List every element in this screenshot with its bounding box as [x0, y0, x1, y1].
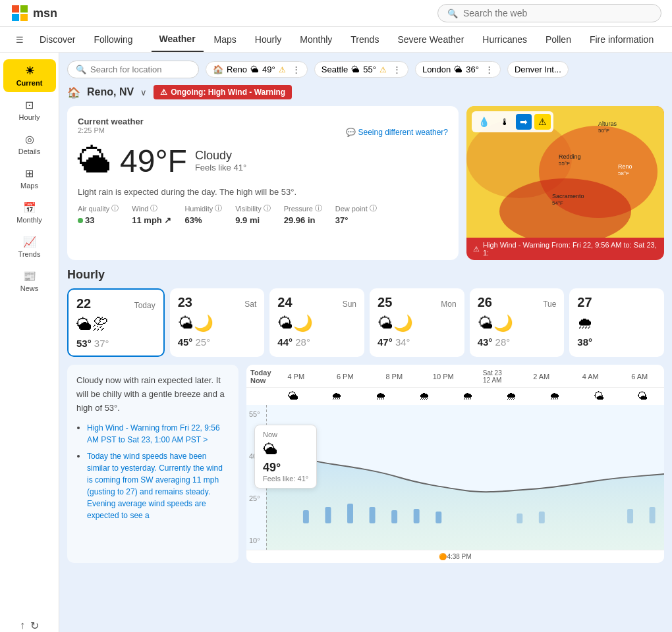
chart-body: 55° 40° 25° 10°: [246, 405, 664, 550]
city-name: Reno, NV: [87, 86, 134, 98]
location-search-input[interactable]: [90, 65, 176, 74]
day-name-today: Today: [134, 301, 155, 310]
arrow-refresh-icon[interactable]: ↻: [30, 619, 39, 632]
nav-trends[interactable]: Trends: [343, 28, 387, 51]
day-card-25[interactable]: 25 Mon 🌤🌙 47° 34°: [370, 288, 464, 357]
nav-fire-info[interactable]: Fire information: [582, 28, 661, 51]
map-alert-text: High Wind - Warning From: Fri 22, 9:56 A…: [483, 241, 658, 257]
nav-severe-weather[interactable]: Severe Weather: [389, 28, 472, 51]
news-icon: 📰: [23, 270, 36, 282]
map-ctrl-rain[interactable]: 💧: [474, 114, 493, 130]
chart-time-4am: 4 AM: [566, 373, 615, 381]
day-name-mon: Mon: [441, 300, 456, 309]
weather-map-card: 💧 🌡 ➡ ⚠ Alturas 50°F Redding: [466, 106, 664, 260]
nav-weather[interactable]: Weather: [152, 27, 204, 52]
current-temp-row: 🌥 49°F Cloudy Feels like 41°: [78, 141, 448, 180]
nav-hourly[interactable]: Hourly: [247, 28, 289, 51]
day-num-24: 24: [277, 295, 292, 310]
narrative-link-2: Today the wind speeds have been similar …: [87, 450, 229, 521]
info-icon-dewpoint: ⓘ: [370, 203, 377, 213]
chart-time-now: TodayNow: [246, 369, 271, 384]
stat-wind: Wind ⓘ 11 mph ↗: [132, 203, 171, 225]
map-ctrl-alert[interactable]: ⚠: [534, 114, 551, 130]
london-tab-dots[interactable]: ⋮: [485, 65, 493, 74]
seeing-different-button[interactable]: 💬 Seeing different weather?: [346, 128, 448, 137]
sidebar-item-hourly[interactable]: ⊡ Hourly: [3, 93, 56, 126]
day-card-23[interactable]: 23 Sat 🌤🌙 45° 25°: [170, 288, 265, 357]
day-num-22: 22: [76, 296, 91, 311]
svg-rect-20: [370, 507, 376, 523]
map-ctrl-temp[interactable]: 🌡: [496, 114, 513, 130]
nav: ☰ Discover Following Weather Maps Hourly…: [0, 27, 672, 53]
day-card-27[interactable]: 27 🌧 38°: [569, 288, 664, 357]
city-alert-badge[interactable]: ⚠ Ongoing: High Wind - Warning: [154, 85, 292, 99]
alert-badge-icon: ⚠: [160, 88, 167, 97]
arrow-up-icon[interactable]: ↑: [20, 619, 25, 632]
day-num-26: 26: [478, 295, 492, 310]
nav-hurricanes[interactable]: Hurricanes: [474, 28, 535, 51]
day-card-26[interactable]: 26 Tue 🌤🌙 43° 28°: [470, 288, 565, 357]
narrative-link-2-anchor[interactable]: Today the wind speeds have been similar …: [87, 450, 229, 521]
wind-value: 11 mph ↗: [132, 215, 171, 225]
svg-text:Redding: Redding: [559, 153, 581, 160]
location-search-row: 🔍 🏠 Reno 🌥 49° ⚠ ⋮ Seattle 🌥 55° ⚠ ⋮ Lon…: [67, 61, 664, 78]
feels-like-display: Feels like 41°: [195, 163, 246, 172]
day-num-25: 25: [378, 295, 392, 310]
narrative-link-1-anchor[interactable]: High Wind - Warning from Fri 22, 9:56 AM…: [87, 422, 229, 446]
nav-maps[interactable]: Maps: [206, 28, 244, 51]
map-ctrl-wind[interactable]: ➡: [516, 114, 532, 130]
svg-text:55°F: 55°F: [559, 161, 570, 167]
hamburger-icon[interactable]: ☰: [11, 30, 29, 50]
details-icon: ◎: [25, 133, 34, 145]
day-num-23: 23: [178, 295, 192, 310]
tooltip-label: Now: [263, 431, 308, 438]
seattle-tab-dots[interactable]: ⋮: [393, 65, 401, 74]
nav-discover[interactable]: Discover: [32, 28, 83, 51]
chart-icon-4pm: 🌧: [315, 390, 358, 402]
location-tab-denver[interactable]: Denver Int...: [507, 61, 569, 78]
weather-map[interactable]: 💧 🌡 ➡ ⚠ Alturas 50°F Redding: [466, 106, 664, 238]
chart-icon-6am: 🌤: [621, 390, 664, 402]
svg-rect-26: [627, 509, 633, 523]
trends-icon: 📈: [23, 236, 36, 248]
map-alert-icon: ⚠: [473, 245, 480, 253]
day-icons-27: 🌧: [577, 314, 656, 332]
chart-time-2am: 2 AM: [517, 373, 567, 381]
weather-stats: Air quality ⓘ 33 Wind ⓘ 11 mph: [78, 203, 448, 225]
day-icons-23: 🌤🌙: [178, 314, 257, 332]
svg-text:50°F: 50°F: [598, 128, 609, 134]
location-tab-london[interactable]: London 🌥 36° ⋮: [415, 61, 501, 78]
sidebar-item-monthly[interactable]: 📅 Monthly: [3, 196, 56, 229]
stat-pressure: Pressure ⓘ 29.96 in: [284, 203, 322, 225]
sidebar-item-current[interactable]: ☀ Current: [3, 59, 56, 92]
sidebar-item-maps[interactable]: ⊞ Maps: [3, 162, 56, 195]
nav-pollen[interactable]: Pollen: [538, 28, 579, 51]
day-icons-24: 🌤🌙: [277, 314, 356, 332]
seattle-alert-icon: ⚠: [379, 65, 387, 74]
weather-description: Cloudy: [195, 149, 246, 163]
reno-tab-dots[interactable]: ⋮: [292, 65, 300, 74]
location-search-box[interactable]: 🔍: [67, 61, 199, 78]
weather-card-title: Current weather: [78, 117, 448, 126]
day-temps-24: 44° 28°: [277, 336, 356, 348]
nav-monthly[interactable]: Monthly: [292, 28, 340, 51]
alert-badge-text: Ongoing: High Wind - Warning: [171, 88, 285, 97]
sidebar-item-details[interactable]: ◎ Details: [3, 128, 56, 161]
search-bar[interactable]: 🔍: [437, 4, 661, 22]
sidebar-item-news[interactable]: 📰 News: [3, 265, 56, 298]
weather-narrative: Cloudy now with rain expected later. It …: [67, 365, 238, 563]
sidebar-item-trends[interactable]: 📈 Trends: [3, 230, 56, 263]
info-icon-visibility: ⓘ: [264, 203, 271, 213]
nav-following[interactable]: Following: [86, 28, 140, 51]
location-tab-seattle[interactable]: Seattle 🌥 55° ⚠ ⋮: [314, 61, 408, 78]
london-tab-icon: 🌥: [454, 65, 462, 74]
reno-tab-temp: 49°: [262, 65, 275, 74]
current-weather-card: Current weather 2:25 PM 💬 Seeing differe…: [67, 106, 459, 260]
day-card-22[interactable]: 22 Today 🌥⛈ 53° 37°: [67, 288, 165, 357]
dewpoint-value: 37°: [335, 215, 377, 225]
search-input[interactable]: [463, 8, 652, 18]
location-tab-reno[interactable]: 🏠 Reno 🌥 49° ⚠ ⋮: [206, 61, 308, 78]
city-chevron-icon[interactable]: ∨: [140, 88, 147, 97]
svg-rect-0: [12, 5, 19, 13]
day-card-24[interactable]: 24 Sun 🌤🌙 44° 28°: [269, 288, 364, 357]
